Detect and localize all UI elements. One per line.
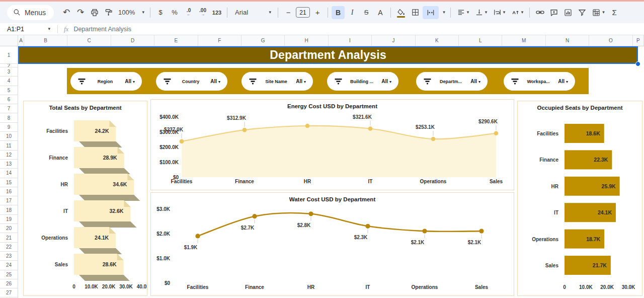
name-box[interactable]: A1:P1 ▾ (0, 26, 54, 33)
slicer-workspa[interactable]: Workspa...All▾ (504, 72, 575, 91)
chart-occupied-seats[interactable]: Occupied Seats by Department Facilities1… (517, 101, 642, 296)
chart-water-cost[interactable]: Water Cost USD by Department $3.0K$2.0K$… (150, 192, 514, 296)
row-header-18[interactable]: 18 (0, 206, 18, 215)
more-formats-button[interactable]: 123 (210, 6, 223, 19)
merge-cells-button[interactable] (423, 6, 439, 19)
font-family-select[interactable]: Arial▾ (231, 6, 274, 19)
column-header-O[interactable]: O (589, 35, 632, 46)
column-header-H[interactable]: H (285, 35, 328, 46)
grid-canvas[interactable]: Department Analysis RegionAll▾CountryAll… (18, 46, 644, 298)
merge-cells-dropdown[interactable]: ▾ (440, 6, 447, 19)
column-header-N[interactable]: N (546, 35, 589, 46)
slicer-value[interactable]: All (558, 79, 565, 84)
column-header-I[interactable]: I (329, 35, 372, 46)
column-header-E[interactable]: E (154, 35, 198, 46)
italic-button[interactable]: I (346, 6, 359, 19)
slicer-departm[interactable]: Departm...All▾ (416, 72, 488, 91)
row-header-4[interactable]: 4 (0, 77, 18, 86)
column-header-M[interactable]: M (502, 35, 545, 46)
chart-energy-cost[interactable]: Energy Cost USD by Department $400.0K$30… (150, 99, 514, 190)
formula-input[interactable]: Department Analysis (73, 26, 131, 33)
slicer-value[interactable]: All (125, 79, 131, 84)
column-header-G[interactable]: G (242, 35, 285, 46)
row-header-3[interactable]: 3 (0, 67, 18, 77)
row-header-6[interactable]: 6 (0, 95, 18, 104)
row-header-14[interactable]: 14 (0, 169, 18, 178)
fill-color-button[interactable] (394, 6, 408, 19)
undo-button[interactable]: ↶ (60, 6, 73, 19)
row-header-16[interactable]: 16 (0, 187, 18, 196)
row-header-9[interactable]: 9 (0, 123, 18, 132)
functions-button[interactable]: Σ (608, 6, 621, 19)
menus-search[interactable]: Menus (7, 5, 54, 20)
row-header-12[interactable]: 12 (0, 151, 18, 160)
row-header-11[interactable]: 11 (0, 141, 18, 150)
slicer-region[interactable]: RegionAll▾ (70, 72, 142, 91)
font-size-input[interactable]: 21 (296, 7, 310, 18)
row-header-15[interactable]: 15 (0, 178, 18, 187)
column-header-B[interactable]: B (24, 35, 67, 46)
row-header-7[interactable]: 7 (0, 104, 18, 113)
text-rotation-button[interactable]: A ▾ (509, 6, 526, 19)
pivot-table-button[interactable]: ▾ (590, 6, 607, 19)
slicer-site-name[interactable]: Site NameAll▾ (242, 72, 313, 91)
slicer-building[interactable]: Building ...All▾ (327, 72, 398, 91)
column-header-F[interactable]: F (198, 35, 242, 46)
paint-format-button[interactable] (102, 6, 115, 19)
insert-chart-button[interactable] (561, 6, 575, 19)
column-header-P[interactable]: P (633, 35, 644, 46)
row-header-23[interactable]: 23 (0, 252, 18, 261)
strikethrough-button[interactable]: S (360, 6, 373, 19)
format-currency-button[interactable]: $ (154, 6, 167, 19)
vertical-align-button[interactable]: ▾ (472, 6, 490, 19)
redo-button[interactable]: ↷ (74, 6, 87, 19)
insert-comment-button[interactable] (547, 6, 560, 19)
row-header-2[interactable]: 2 (0, 64, 18, 67)
insert-link-button[interactable] (533, 6, 546, 19)
row-header-24[interactable]: 24 (0, 261, 18, 270)
column-header-A[interactable]: A (18, 35, 24, 46)
create-filter-button[interactable] (576, 6, 589, 19)
slicer-value[interactable]: All (210, 79, 217, 84)
decrease-font-size-button[interactable]: − (282, 6, 295, 19)
print-button[interactable] (88, 6, 101, 19)
row-header-26[interactable]: 26 (0, 279, 18, 288)
borders-button[interactable] (409, 6, 422, 19)
row-header-25[interactable]: 25 (0, 270, 18, 279)
text-color-button[interactable]: A (374, 6, 387, 19)
column-header-D[interactable]: D (111, 35, 154, 46)
slicer-value[interactable]: All (381, 79, 388, 84)
text-wrap-button[interactable]: ▾ (491, 6, 508, 19)
format-percent-button[interactable]: % (168, 6, 181, 19)
row-header-8[interactable]: 8 (0, 114, 18, 123)
decrease-decimals-button[interactable]: .0← (182, 6, 195, 19)
row-header-22[interactable]: 22 (0, 243, 18, 252)
horizontal-align-button[interactable]: ▾ (454, 6, 471, 19)
row-header-1[interactable]: 1 (0, 46, 18, 64)
slicer-value[interactable]: All (296, 79, 302, 84)
row-header-10[interactable]: 10 (0, 132, 18, 141)
selection-fill-handle[interactable] (635, 61, 640, 66)
zoom-control[interactable]: 100%▾ (116, 6, 146, 19)
column-header-J[interactable]: J (372, 35, 415, 46)
column-header-C[interactable]: C (67, 35, 111, 46)
filter-funnel-icon (249, 78, 257, 85)
chart-total-seats[interactable]: Total Seats by Department Facilities24.2… (23, 101, 147, 296)
slicer-value[interactable]: All (470, 79, 477, 84)
row-header-13[interactable]: 13 (0, 160, 18, 169)
row-header-5[interactable]: 5 (0, 86, 18, 95)
row-header-21[interactable]: 21 (0, 233, 18, 242)
row-header-17[interactable]: 17 (0, 196, 18, 205)
column-header-L[interactable]: L (459, 35, 502, 46)
increase-decimals-button[interactable]: .00→ (196, 6, 209, 19)
row-header-20[interactable]: 20 (0, 224, 18, 233)
slicer-country[interactable]: CountryAll▾ (156, 72, 227, 91)
dashboard-title-cell[interactable]: Department Analysis (18, 46, 638, 64)
svg-text:$3.0K: $3.0K (156, 206, 170, 212)
increase-font-size-button[interactable]: + (311, 6, 324, 19)
column-header-K[interactable]: K (416, 35, 459, 46)
bold-button[interactable]: B (332, 6, 345, 19)
select-all-corner[interactable] (0, 35, 18, 46)
row-header-27[interactable]: 27 (0, 288, 18, 297)
row-header-19[interactable]: 19 (0, 215, 18, 224)
